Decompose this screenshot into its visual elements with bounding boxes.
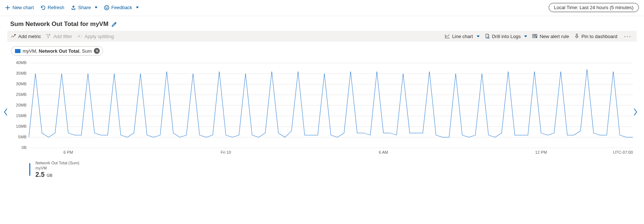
chart-type-button[interactable]: Line chart	[445, 34, 480, 39]
svg-text:0B: 0B	[22, 145, 27, 150]
legend-block: Network Out Total (Sum) myVM 2.5 GB	[35, 161, 79, 179]
add-metric-label: Add metric	[18, 34, 41, 39]
svg-text:UTC-07:00: UTC-07:00	[613, 150, 633, 154]
chart-type-label: Line chart	[452, 34, 473, 39]
add-metric-icon	[11, 34, 16, 39]
top-toolbar-left: New chart Refresh Share Feedback	[5, 5, 139, 10]
vm-icon	[15, 49, 20, 53]
share-label: Share	[78, 5, 91, 10]
svg-text:35MB: 35MB	[16, 71, 27, 75]
time-range-button[interactable]: Local Time: Last 24 hours (5 minutes)	[549, 3, 639, 12]
svg-point-2	[107, 7, 107, 7]
chart-area: 0B5MB10MB15MB20MB25MB30MB35MB40MB6 PMFri…	[11, 60, 637, 179]
filter-icon	[46, 34, 51, 39]
chip-resource: myVM	[23, 48, 36, 54]
refresh-label: Refresh	[48, 5, 65, 10]
chevron-left-icon	[3, 108, 8, 116]
new-chart-button[interactable]: New chart	[5, 5, 34, 10]
chart-toolbar: Add metric Add filter Apply splitting Li…	[7, 31, 637, 42]
new-alert-button[interactable]: New alert rule	[532, 34, 569, 39]
apply-splitting-button[interactable]: Apply splitting	[77, 34, 114, 39]
legend-unit: GB	[47, 173, 53, 178]
chart-title-row: Sum Network Out Total for myVM	[0, 16, 644, 31]
svg-text:25MB: 25MB	[16, 92, 27, 97]
chart-title: Sum Network Out Total for myVM	[10, 20, 108, 28]
pin-label: Pin to dashboard	[582, 34, 617, 39]
svg-text:Fri 10: Fri 10	[221, 150, 231, 154]
line-chart-icon	[445, 34, 450, 39]
close-icon[interactable]: ✕	[94, 48, 100, 54]
time-range-label: Local Time: Last 24 hours (5 minutes)	[554, 5, 634, 10]
logs-icon	[485, 34, 490, 39]
refresh-icon	[41, 5, 46, 10]
svg-text:30MB: 30MB	[16, 82, 27, 86]
legend-value-row: 2.5 GB	[35, 171, 79, 179]
svg-text:6 PM: 6 PM	[64, 150, 73, 154]
share-button[interactable]: Share	[71, 5, 98, 10]
top-toolbar: New chart Refresh Share Feedback Local T…	[0, 0, 644, 16]
legend-series-label: Network Out Total (Sum)	[35, 161, 79, 166]
split-icon	[77, 34, 82, 39]
svg-text:10MB: 10MB	[16, 124, 27, 128]
metric-chip-text: myVM, Network Out Total, Sum	[23, 48, 92, 54]
line-chart[interactable]: 0B5MB10MB15MB20MB25MB30MB35MB40MB6 PMFri…	[11, 60, 637, 159]
metric-chip[interactable]: myVM, Network Out Total, Sum ✕	[11, 46, 103, 56]
add-filter-button[interactable]: Add filter	[46, 34, 72, 39]
legend-color-bar	[29, 163, 30, 176]
chart-toolbar-right: Line chart Drill into Logs New alert rul…	[445, 33, 633, 40]
svg-point-0	[104, 5, 109, 10]
drill-logs-button[interactable]: Drill into Logs	[485, 34, 527, 39]
refresh-button[interactable]: Refresh	[41, 5, 65, 10]
add-filter-label: Add filter	[53, 34, 72, 39]
metric-chip-row: myVM, Network Out Total, Sum ✕	[0, 42, 644, 59]
drill-logs-label: Drill into Logs	[492, 34, 521, 39]
svg-point-1	[106, 7, 106, 7]
svg-text:6 AM: 6 AM	[379, 150, 388, 154]
add-metric-button[interactable]: Add metric	[11, 34, 41, 39]
feedback-label: Feedback	[111, 5, 132, 10]
share-icon	[71, 5, 76, 10]
legend-value: 2.5	[35, 171, 45, 178]
alert-icon	[532, 34, 537, 39]
pin-icon	[574, 34, 579, 39]
scroll-left-button[interactable]	[1, 108, 10, 116]
chevron-right-icon	[633, 108, 638, 116]
pencil-icon[interactable]	[111, 22, 117, 27]
svg-text:20MB: 20MB	[16, 103, 27, 107]
new-chart-label: New chart	[12, 5, 34, 10]
feedback-button[interactable]: Feedback	[104, 5, 139, 10]
more-options-button[interactable]: ···	[622, 33, 633, 40]
scroll-right-button[interactable]	[631, 108, 640, 116]
chart-legend: Network Out Total (Sum) myVM 2.5 GB	[11, 160, 637, 179]
pin-button[interactable]: Pin to dashboard	[574, 34, 617, 39]
chip-agg: Sum	[82, 48, 92, 54]
chip-metric: Network Out Total	[39, 48, 79, 54]
svg-text:15MB: 15MB	[16, 113, 27, 118]
svg-text:12 PM: 12 PM	[535, 150, 547, 154]
apply-splitting-label: Apply splitting	[84, 34, 114, 39]
smile-icon	[104, 5, 109, 10]
plus-icon	[5, 5, 10, 10]
chart-toolbar-left: Add metric Add filter Apply splitting	[11, 34, 114, 39]
svg-text:5MB: 5MB	[18, 135, 27, 139]
svg-text:40MB: 40MB	[16, 60, 27, 65]
legend-resource-label: myVM	[35, 166, 79, 171]
new-alert-label: New alert rule	[540, 34, 569, 39]
